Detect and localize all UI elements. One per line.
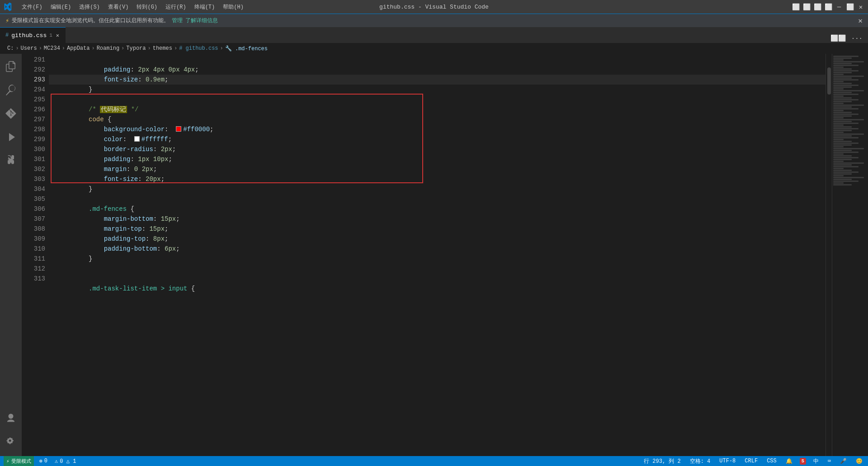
status-notifications[interactable]: 🔔 — [784, 456, 794, 466]
close-button[interactable]: ✕ — [857, 3, 864, 10]
breadcrumb-typora[interactable]: Typora — [126, 45, 146, 52]
warning-icon: ⚡ — [5, 17, 9, 24]
tab-github-css[interactable]: # github.css 1 ✕ — [0, 27, 66, 43]
menu-help[interactable]: 帮助(H) — [219, 2, 247, 12]
manage-link[interactable]: 管理 — [172, 17, 183, 24]
line-num-303: 303 — [22, 174, 45, 184]
menu-select[interactable]: 选择(S) — [75, 2, 104, 12]
remote-mode-badge[interactable]: ⚡ 受限模式 — [4, 456, 34, 466]
line-num-294: 294 — [22, 85, 45, 95]
line-num-310: 310 — [22, 244, 45, 254]
status-eol[interactable]: CRLF — [743, 456, 760, 466]
status-position[interactable]: 行 293, 列 2 — [642, 456, 683, 466]
split-view-button[interactable]: ⬜⬜ — [829, 33, 848, 43]
editor-area: 291 292 293 294 295 296 297 298 299 300 … — [22, 54, 868, 456]
line-num-313: 313 — [22, 274, 45, 284]
code-line-305: .md-fences { — [49, 194, 826, 204]
breadcrumb-users[interactable]: Users — [21, 45, 37, 52]
title-bar-menu: 文件(F) 编辑(E) 选择(S) 查看(V) 转到(G) 运行(R) 终端(T… — [18, 2, 247, 12]
line-num-291: 291 — [22, 55, 45, 65]
breadcrumb-appdata[interactable]: AppData — [67, 45, 90, 52]
breadcrumb-themes[interactable]: themes — [153, 45, 172, 52]
status-language[interactable]: CSS — [765, 456, 778, 466]
scrollbar-thumb[interactable] — [827, 67, 831, 95]
activity-account[interactable] — [0, 407, 22, 429]
eol-text: CRLF — [745, 458, 758, 464]
status-encoding[interactable]: UTF-8 — [717, 456, 737, 466]
line-num-308: 308 — [22, 224, 45, 234]
activity-bar-bottom — [0, 407, 22, 456]
code-content: padding: 2px 4px 0px 4px; font-size: 0.9… — [49, 54, 826, 456]
line-num-297: 297 — [22, 114, 45, 124]
breadcrumb: C: › Users › MC234 › AppData › Roaming ›… — [0, 43, 868, 54]
code-line-295: /* 代码标记 */ — [49, 95, 826, 105]
warning-bar-content: ⚡ 受限模式旨在实现安全地浏览代码。信任此窗口以启用所有功能。 管理 了解详细信… — [5, 17, 854, 24]
layout-icon[interactable]: ⬜ — [803, 3, 810, 10]
menu-file[interactable]: 文件(F) — [18, 2, 46, 12]
minimap-content — [832, 54, 868, 188]
status-ime[interactable]: 中 — [811, 456, 821, 466]
menu-terminal[interactable]: 终端(T) — [191, 2, 219, 12]
warning-count: 0 △ 1 — [60, 458, 76, 465]
breadcrumb-file[interactable]: # github.css — [179, 45, 218, 52]
minimize-button[interactable]: — — [835, 3, 843, 10]
line-num-298: 298 — [22, 124, 45, 134]
breadcrumb-mc234[interactable]: MC234 — [44, 45, 60, 52]
status-spaces[interactable]: 空格: 4 — [688, 456, 712, 466]
menu-run[interactable]: 运行(R) — [162, 2, 190, 12]
code-line-306: margin-bottom: 15px; — [49, 204, 826, 214]
activity-run[interactable] — [0, 126, 22, 148]
activity-extensions[interactable] — [0, 150, 22, 171]
menu-view[interactable]: 查看(V) — [104, 2, 132, 12]
activity-settings[interactable] — [0, 431, 22, 452]
menu-edit[interactable]: 编辑(E) — [47, 2, 75, 12]
code-line-311 — [49, 254, 826, 264]
customize-icon[interactable]: ⬜ — [825, 3, 832, 10]
error-icon: ⊗ — [39, 458, 42, 465]
activity-git[interactable] — [0, 103, 22, 124]
tab-filename: github.css — [11, 32, 47, 39]
sohu-badge[interactable]: S — [800, 458, 806, 465]
line-num-293: 293 — [22, 75, 45, 85]
feedback-icon: 😊 — [856, 458, 863, 465]
status-feedback[interactable]: 😊 — [854, 456, 864, 466]
code-line-313: .md-task-list-item > input { — [49, 274, 826, 284]
panel-icon[interactable]: ⬜ — [814, 3, 821, 10]
keyboard-icon: ⌨ — [828, 458, 831, 465]
color-swatch-red — [176, 126, 181, 132]
encoding-text: UTF-8 — [719, 458, 736, 464]
warning-text: 受限模式旨在实现安全地浏览代码。信任此窗口以启用所有功能。 — [12, 17, 169, 24]
tab-close-button[interactable]: ✕ — [55, 31, 60, 40]
status-keyboard[interactable]: ⌨ — [826, 456, 833, 466]
line-num-307: 307 — [22, 214, 45, 224]
vertical-scrollbar[interactable] — [826, 54, 832, 456]
line-num-302: 302 — [22, 164, 45, 174]
warning-triangle-icon: ⚠ — [55, 458, 58, 465]
more-actions-button[interactable]: ··· — [849, 34, 864, 43]
ime-text: 中 — [813, 457, 819, 465]
status-warnings[interactable]: ⚠ 0 △ 1 — [53, 456, 78, 466]
code-line-303: } — [49, 174, 826, 184]
warning-bar: ⚡ 受限模式旨在实现安全地浏览代码。信任此窗口以启用所有功能。 管理 了解详细信… — [0, 14, 868, 27]
breadcrumb-drive[interactable]: C: — [7, 45, 14, 52]
status-microphone[interactable]: 🎤 — [838, 456, 849, 466]
code-line-297: background-color: #ff0000; — [49, 114, 826, 124]
maximize-button[interactable]: ⬜ — [846, 3, 854, 10]
position-text: 行 293, 列 2 — [644, 457, 681, 465]
line-num-299: 299 — [22, 134, 45, 144]
breadcrumb-roaming[interactable]: Roaming — [97, 45, 119, 52]
main-layout: 291 292 293 294 295 296 297 298 299 300 … — [0, 54, 868, 456]
window-controls: ⬜ ⬜ ⬜ ⬜ — ⬜ ✕ — [792, 3, 864, 10]
title-bar-left: 文件(F) 编辑(E) 选择(S) 查看(V) 转到(G) 运行(R) 终端(T… — [4, 2, 247, 12]
code-editor[interactable]: 291 292 293 294 295 296 297 298 299 300 … — [22, 54, 868, 456]
activity-search[interactable] — [0, 79, 22, 101]
learn-more-link[interactable]: 了解详细信息 — [185, 17, 218, 24]
status-errors[interactable]: ⊗ 0 — [38, 456, 49, 466]
line-num-296: 296 — [22, 105, 45, 114]
split-editor-icon[interactable]: ⬜ — [792, 3, 799, 10]
line-num-304: 304 — [22, 184, 45, 194]
activity-explorer[interactable] — [0, 56, 22, 77]
breadcrumb-selector[interactable]: 🔧 .md-fences — [225, 45, 268, 52]
warning-close-button[interactable]: ✕ — [858, 16, 863, 25]
menu-goto[interactable]: 转到(G) — [133, 2, 161, 12]
